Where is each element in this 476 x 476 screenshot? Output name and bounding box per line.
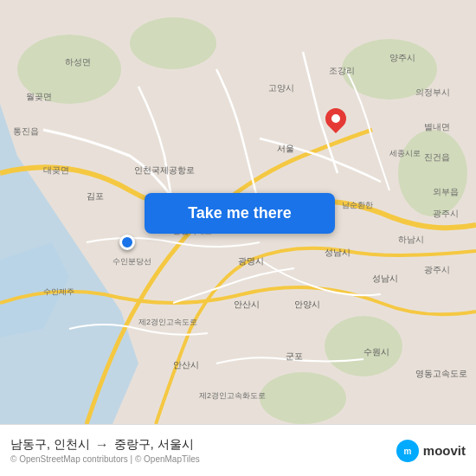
svg-text:조강리: 조강리 bbox=[329, 66, 355, 75]
svg-text:안산시: 안산시 bbox=[173, 360, 199, 370]
moovit-logo: m moovit bbox=[396, 439, 466, 463]
svg-point-4 bbox=[130, 17, 216, 69]
svg-text:광주시: 광주시 bbox=[433, 209, 459, 218]
svg-text:통진읍: 통진읍 bbox=[13, 126, 39, 136]
destination-label: 중랑구, 서울시 bbox=[114, 437, 194, 453]
destination-marker bbox=[325, 108, 346, 134]
svg-text:안양시: 안양시 bbox=[294, 299, 320, 309]
origin-label: 남동구, 인천시 bbox=[10, 437, 90, 453]
svg-text:의정부시: 의정부시 bbox=[415, 87, 450, 97]
svg-text:제2경인고속도로: 제2경인고속도로 bbox=[138, 318, 197, 326]
svg-text:수인제주: 수인제주 bbox=[43, 287, 74, 296]
svg-text:외부읍: 외부읍 bbox=[433, 187, 459, 196]
svg-point-8 bbox=[260, 372, 346, 424]
svg-text:월곶면: 월곶면 bbox=[26, 92, 52, 101]
svg-text:별내면: 별내면 bbox=[424, 122, 450, 132]
svg-text:인천국제공항로: 인천국제공항로 bbox=[134, 165, 195, 175]
svg-text:군포: 군포 bbox=[286, 351, 303, 361]
svg-text:하성면: 하성면 bbox=[65, 57, 91, 67]
svg-text:광주시: 광주시 bbox=[424, 265, 450, 274]
footer-route-info: 남동구, 인천시 → 중랑구, 서울시 © OpenStreetMap cont… bbox=[10, 437, 396, 464]
svg-text:양주시: 양주시 bbox=[389, 53, 415, 62]
svg-text:남순환한: 남순환한 bbox=[342, 201, 373, 209]
svg-text:세종시로: 세종시로 bbox=[389, 149, 421, 158]
svg-point-6 bbox=[398, 130, 467, 216]
footer: 남동구, 인천시 → 중랑구, 서울시 © OpenStreetMap cont… bbox=[0, 424, 476, 476]
svg-text:수인분당선: 수인분당선 bbox=[113, 257, 151, 266]
route-display: 남동구, 인천시 → 중랑구, 서울시 bbox=[10, 437, 396, 453]
take-me-there-button[interactable]: Take me there bbox=[145, 193, 335, 234]
svg-text:수원시: 수원시 bbox=[363, 347, 389, 357]
route-arrow: → bbox=[95, 437, 109, 453]
svg-text:성남시: 성남시 bbox=[325, 248, 351, 257]
svg-point-7 bbox=[325, 316, 402, 376]
map-container: 하성면 월곶면 통진읍 대곶면 김포 인천국제공항로 고양시 조강리 양주시 의… bbox=[0, 0, 476, 424]
svg-text:고양시: 고양시 bbox=[268, 83, 294, 93]
svg-text:영동고속도로: 영동고속도로 bbox=[415, 369, 467, 378]
svg-text:하남시: 하남시 bbox=[398, 235, 424, 244]
svg-text:안산시: 안산시 bbox=[234, 299, 260, 309]
svg-text:제2경인고속화도로: 제2경인고속화도로 bbox=[199, 391, 266, 400]
svg-text:성남시: 성남시 bbox=[372, 273, 398, 283]
svg-text:m: m bbox=[403, 447, 411, 456]
svg-text:광명시: 광명시 bbox=[238, 256, 264, 266]
svg-text:서울: 서울 bbox=[277, 144, 294, 153]
svg-text:진건읍: 진건읍 bbox=[424, 152, 450, 162]
svg-text:김포: 김포 bbox=[87, 191, 104, 201]
svg-text:대곶면: 대곶면 bbox=[43, 165, 69, 175]
origin-marker bbox=[119, 235, 135, 250]
moovit-brand-text: moovit bbox=[423, 443, 466, 458]
moovit-icon: m bbox=[396, 439, 420, 463]
attribution-text: © OpenStreetMap contributors | © OpenMap… bbox=[10, 454, 396, 464]
